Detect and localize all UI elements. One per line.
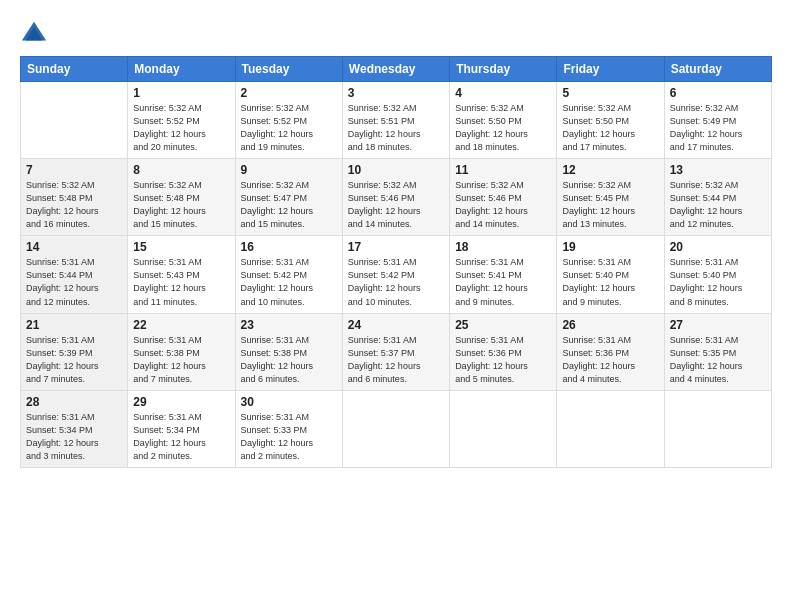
day-number: 16 bbox=[241, 240, 337, 254]
day-info: Sunrise: 5:31 AM Sunset: 5:44 PM Dayligh… bbox=[26, 256, 122, 308]
day-info: Sunrise: 5:32 AM Sunset: 5:50 PM Dayligh… bbox=[562, 102, 658, 154]
calendar-cell bbox=[21, 82, 128, 159]
calendar-cell bbox=[664, 390, 771, 467]
day-info: Sunrise: 5:31 AM Sunset: 5:41 PM Dayligh… bbox=[455, 256, 551, 308]
day-info: Sunrise: 5:32 AM Sunset: 5:49 PM Dayligh… bbox=[670, 102, 766, 154]
day-info: Sunrise: 5:31 AM Sunset: 5:35 PM Dayligh… bbox=[670, 334, 766, 386]
calendar-cell: 25Sunrise: 5:31 AM Sunset: 5:36 PM Dayli… bbox=[450, 313, 557, 390]
col-wednesday: Wednesday bbox=[342, 57, 449, 82]
col-tuesday: Tuesday bbox=[235, 57, 342, 82]
calendar-cell: 21Sunrise: 5:31 AM Sunset: 5:39 PM Dayli… bbox=[21, 313, 128, 390]
calendar-cell: 5Sunrise: 5:32 AM Sunset: 5:50 PM Daylig… bbox=[557, 82, 664, 159]
calendar-cell bbox=[557, 390, 664, 467]
calendar-cell: 10Sunrise: 5:32 AM Sunset: 5:46 PM Dayli… bbox=[342, 159, 449, 236]
day-number: 13 bbox=[670, 163, 766, 177]
col-thursday: Thursday bbox=[450, 57, 557, 82]
calendar-cell: 7Sunrise: 5:32 AM Sunset: 5:48 PM Daylig… bbox=[21, 159, 128, 236]
calendar-cell: 17Sunrise: 5:31 AM Sunset: 5:42 PM Dayli… bbox=[342, 236, 449, 313]
calendar-week-row: 14Sunrise: 5:31 AM Sunset: 5:44 PM Dayli… bbox=[21, 236, 772, 313]
calendar-cell: 16Sunrise: 5:31 AM Sunset: 5:42 PM Dayli… bbox=[235, 236, 342, 313]
day-number: 19 bbox=[562, 240, 658, 254]
day-number: 14 bbox=[26, 240, 122, 254]
col-friday: Friday bbox=[557, 57, 664, 82]
day-info: Sunrise: 5:31 AM Sunset: 5:34 PM Dayligh… bbox=[133, 411, 229, 463]
day-number: 3 bbox=[348, 86, 444, 100]
day-info: Sunrise: 5:32 AM Sunset: 5:46 PM Dayligh… bbox=[455, 179, 551, 231]
day-info: Sunrise: 5:32 AM Sunset: 5:48 PM Dayligh… bbox=[26, 179, 122, 231]
calendar-header-row: Sunday Monday Tuesday Wednesday Thursday… bbox=[21, 57, 772, 82]
day-number: 8 bbox=[133, 163, 229, 177]
day-info: Sunrise: 5:31 AM Sunset: 5:43 PM Dayligh… bbox=[133, 256, 229, 308]
day-info: Sunrise: 5:31 AM Sunset: 5:42 PM Dayligh… bbox=[241, 256, 337, 308]
day-info: Sunrise: 5:32 AM Sunset: 5:52 PM Dayligh… bbox=[133, 102, 229, 154]
day-number: 20 bbox=[670, 240, 766, 254]
calendar-cell: 26Sunrise: 5:31 AM Sunset: 5:36 PM Dayli… bbox=[557, 313, 664, 390]
day-number: 15 bbox=[133, 240, 229, 254]
day-info: Sunrise: 5:32 AM Sunset: 5:44 PM Dayligh… bbox=[670, 179, 766, 231]
day-number: 10 bbox=[348, 163, 444, 177]
day-number: 5 bbox=[562, 86, 658, 100]
calendar-cell: 9Sunrise: 5:32 AM Sunset: 5:47 PM Daylig… bbox=[235, 159, 342, 236]
day-number: 25 bbox=[455, 318, 551, 332]
calendar-cell: 11Sunrise: 5:32 AM Sunset: 5:46 PM Dayli… bbox=[450, 159, 557, 236]
day-number: 29 bbox=[133, 395, 229, 409]
logo bbox=[20, 18, 52, 46]
calendar-cell: 6Sunrise: 5:32 AM Sunset: 5:49 PM Daylig… bbox=[664, 82, 771, 159]
calendar-cell: 3Sunrise: 5:32 AM Sunset: 5:51 PM Daylig… bbox=[342, 82, 449, 159]
day-info: Sunrise: 5:31 AM Sunset: 5:33 PM Dayligh… bbox=[241, 411, 337, 463]
calendar-cell: 15Sunrise: 5:31 AM Sunset: 5:43 PM Dayli… bbox=[128, 236, 235, 313]
calendar-cell: 1Sunrise: 5:32 AM Sunset: 5:52 PM Daylig… bbox=[128, 82, 235, 159]
calendar-cell: 30Sunrise: 5:31 AM Sunset: 5:33 PM Dayli… bbox=[235, 390, 342, 467]
page: Sunday Monday Tuesday Wednesday Thursday… bbox=[0, 0, 792, 612]
day-info: Sunrise: 5:31 AM Sunset: 5:42 PM Dayligh… bbox=[348, 256, 444, 308]
day-info: Sunrise: 5:31 AM Sunset: 5:36 PM Dayligh… bbox=[562, 334, 658, 386]
day-number: 27 bbox=[670, 318, 766, 332]
day-info: Sunrise: 5:32 AM Sunset: 5:47 PM Dayligh… bbox=[241, 179, 337, 231]
calendar-cell bbox=[342, 390, 449, 467]
calendar-cell: 13Sunrise: 5:32 AM Sunset: 5:44 PM Dayli… bbox=[664, 159, 771, 236]
day-number: 7 bbox=[26, 163, 122, 177]
calendar-week-row: 1Sunrise: 5:32 AM Sunset: 5:52 PM Daylig… bbox=[21, 82, 772, 159]
day-info: Sunrise: 5:32 AM Sunset: 5:45 PM Dayligh… bbox=[562, 179, 658, 231]
day-info: Sunrise: 5:31 AM Sunset: 5:40 PM Dayligh… bbox=[670, 256, 766, 308]
day-info: Sunrise: 5:31 AM Sunset: 5:38 PM Dayligh… bbox=[133, 334, 229, 386]
calendar-cell: 14Sunrise: 5:31 AM Sunset: 5:44 PM Dayli… bbox=[21, 236, 128, 313]
day-info: Sunrise: 5:31 AM Sunset: 5:39 PM Dayligh… bbox=[26, 334, 122, 386]
day-info: Sunrise: 5:31 AM Sunset: 5:40 PM Dayligh… bbox=[562, 256, 658, 308]
calendar-cell: 23Sunrise: 5:31 AM Sunset: 5:38 PM Dayli… bbox=[235, 313, 342, 390]
calendar-cell: 29Sunrise: 5:31 AM Sunset: 5:34 PM Dayli… bbox=[128, 390, 235, 467]
calendar-cell: 22Sunrise: 5:31 AM Sunset: 5:38 PM Dayli… bbox=[128, 313, 235, 390]
col-monday: Monday bbox=[128, 57, 235, 82]
day-info: Sunrise: 5:31 AM Sunset: 5:38 PM Dayligh… bbox=[241, 334, 337, 386]
calendar: Sunday Monday Tuesday Wednesday Thursday… bbox=[20, 56, 772, 468]
calendar-cell bbox=[450, 390, 557, 467]
calendar-cell: 19Sunrise: 5:31 AM Sunset: 5:40 PM Dayli… bbox=[557, 236, 664, 313]
calendar-cell: 2Sunrise: 5:32 AM Sunset: 5:52 PM Daylig… bbox=[235, 82, 342, 159]
day-number: 17 bbox=[348, 240, 444, 254]
day-info: Sunrise: 5:32 AM Sunset: 5:51 PM Dayligh… bbox=[348, 102, 444, 154]
day-info: Sunrise: 5:32 AM Sunset: 5:50 PM Dayligh… bbox=[455, 102, 551, 154]
col-saturday: Saturday bbox=[664, 57, 771, 82]
day-number: 26 bbox=[562, 318, 658, 332]
calendar-cell: 4Sunrise: 5:32 AM Sunset: 5:50 PM Daylig… bbox=[450, 82, 557, 159]
day-number: 4 bbox=[455, 86, 551, 100]
calendar-week-row: 21Sunrise: 5:31 AM Sunset: 5:39 PM Dayli… bbox=[21, 313, 772, 390]
day-info: Sunrise: 5:32 AM Sunset: 5:52 PM Dayligh… bbox=[241, 102, 337, 154]
calendar-cell: 12Sunrise: 5:32 AM Sunset: 5:45 PM Dayli… bbox=[557, 159, 664, 236]
day-number: 6 bbox=[670, 86, 766, 100]
day-info: Sunrise: 5:32 AM Sunset: 5:46 PM Dayligh… bbox=[348, 179, 444, 231]
day-number: 21 bbox=[26, 318, 122, 332]
calendar-week-row: 7Sunrise: 5:32 AM Sunset: 5:48 PM Daylig… bbox=[21, 159, 772, 236]
day-number: 12 bbox=[562, 163, 658, 177]
day-number: 30 bbox=[241, 395, 337, 409]
logo-icon bbox=[20, 18, 48, 46]
calendar-week-row: 28Sunrise: 5:31 AM Sunset: 5:34 PM Dayli… bbox=[21, 390, 772, 467]
col-sunday: Sunday bbox=[21, 57, 128, 82]
calendar-cell: 8Sunrise: 5:32 AM Sunset: 5:48 PM Daylig… bbox=[128, 159, 235, 236]
day-info: Sunrise: 5:32 AM Sunset: 5:48 PM Dayligh… bbox=[133, 179, 229, 231]
day-info: Sunrise: 5:31 AM Sunset: 5:36 PM Dayligh… bbox=[455, 334, 551, 386]
day-info: Sunrise: 5:31 AM Sunset: 5:34 PM Dayligh… bbox=[26, 411, 122, 463]
day-number: 28 bbox=[26, 395, 122, 409]
calendar-cell: 28Sunrise: 5:31 AM Sunset: 5:34 PM Dayli… bbox=[21, 390, 128, 467]
header bbox=[20, 18, 772, 46]
